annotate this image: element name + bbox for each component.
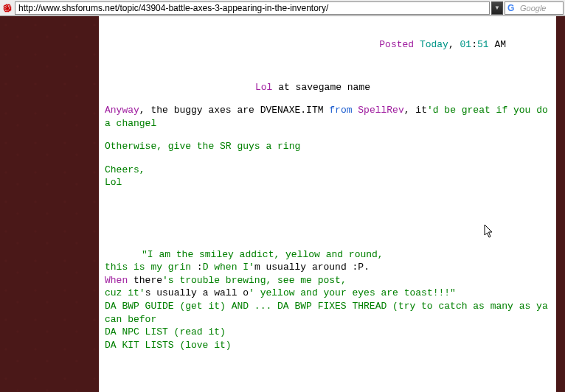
sig-link-bwp-guide[interactable]: DA BWP GUIDE (get it) AND ... DA BWP FIX… [105, 301, 548, 325]
page-background: Posted Today, 01:51 AM Lol at savegame n… [0, 16, 565, 392]
post-signature: "I am the smiley addict, yellow and roun… [105, 248, 550, 351]
url-dropdown-button[interactable]: ▼ [491, 1, 503, 15]
browser-search-box[interactable]: G Google [505, 1, 564, 15]
site-favicon: ֎ [1, 2, 13, 14]
forum-post-content: Posted Today, 01:51 AM Lol at savegame n… [99, 16, 556, 392]
browser-address-bar: ֎ ▼ G Google [0, 0, 565, 16]
search-placeholder: Google [520, 4, 546, 13]
post-body: Lol at savegame name Anyway, the buggy a… [105, 81, 550, 189]
sig-link-kit-lists[interactable]: DA KIT LISTS (love it) [105, 340, 232, 351]
google-icon: G [507, 3, 518, 13]
sig-link-npc-list[interactable]: DA NPC LIST (read it) [105, 326, 226, 337]
url-input[interactable] [15, 1, 490, 15]
post-timestamp: Posted Today, 01:51 AM [105, 38, 550, 52]
